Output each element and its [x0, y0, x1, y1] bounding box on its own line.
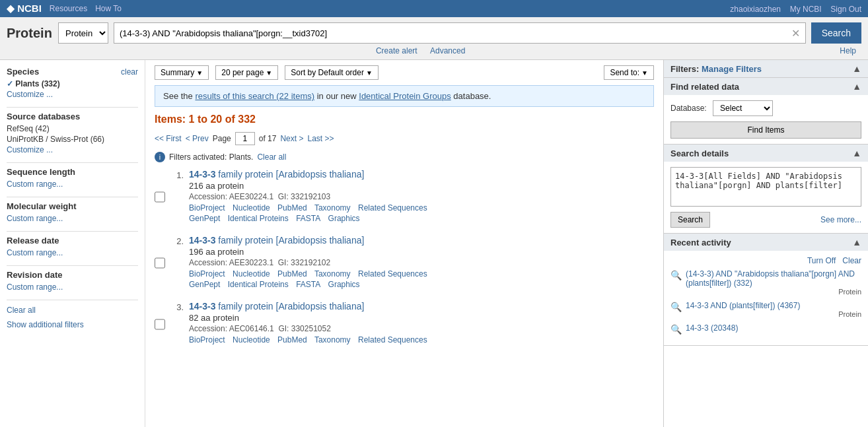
identical-proteins-link-1[interactable]: Identical Proteins — [228, 214, 289, 223]
graphics-link-1[interactable]: Graphics — [328, 214, 360, 223]
find-related-select[interactable]: Select Gene PubMed Nucleotide — [713, 100, 773, 116]
recent-query-3[interactable]: 14-3-3 (20348) — [686, 323, 861, 333]
result-checkbox-1[interactable] — [155, 171, 165, 223]
species-customize-link[interactable]: Customize ... — [7, 90, 53, 99]
page-input[interactable] — [235, 132, 255, 145]
recent-activity-collapse-icon[interactable]: ▲ — [852, 237, 861, 247]
sign-out-link[interactable]: Sign Out — [830, 5, 861, 14]
seq-length-custom-range-link[interactable]: Custom range... — [7, 180, 63, 189]
result-link-2[interactable]: 14-3-3 family protein [Arabidopsis thali… — [189, 235, 364, 246]
recent-query-1[interactable]: (14-3-3) AND "Arabidopsis thaliana"[porg… — [686, 269, 861, 288]
resources-link[interactable]: Resources — [50, 4, 87, 13]
mol-weight-custom-range-link[interactable]: Custom range... — [7, 214, 63, 223]
gene-part-2: 14-3-3 — [189, 235, 215, 246]
graphics-link-2[interactable]: Graphics — [328, 280, 360, 289]
result-links1-2: BioProject Nucleotide PubMed Taxonomy Re… — [189, 269, 654, 279]
bioproject-link-1[interactable]: BioProject — [189, 203, 225, 213]
pubmed-link-1[interactable]: PubMed — [277, 203, 307, 213]
result-links1-1: BioProject Nucleotide PubMed Taxonomy Re… — [189, 203, 654, 213]
filter-clear-all-link[interactable]: Clear all — [257, 152, 286, 162]
first-page-link[interactable]: << First — [155, 134, 182, 143]
help-link[interactable]: Help — [840, 46, 856, 55]
related-sequences-link-2[interactable]: Related Sequences — [358, 269, 427, 279]
pubmed-link-2[interactable]: PubMed — [277, 269, 307, 279]
turn-off-link[interactable]: Turn Off — [807, 256, 836, 265]
release-date-filter-section: Release date Custom range... — [7, 236, 138, 257]
search-details-search-button[interactable]: Search — [670, 212, 710, 228]
search-details-text: 14-3-3[All Fields] AND "Arabidopsis thal… — [670, 167, 861, 207]
release-date-custom-range-link[interactable]: Custom range... — [7, 248, 63, 257]
recent-item-1: 🔍 (14-3-3) AND "Arabidopsis thaliana"[po… — [670, 269, 861, 296]
prev-page-link[interactable]: < Prev — [186, 134, 209, 143]
species-clear-link[interactable]: clear — [121, 67, 138, 77]
manage-filters-link[interactable]: Manage Filters — [702, 64, 762, 74]
taxonomy-link-3[interactable]: Taxonomy — [314, 335, 351, 345]
clear-all-filters-link[interactable]: Clear all — [7, 306, 138, 315]
notice-text-before: See the — [163, 91, 195, 101]
per-page-button[interactable]: 20 per page ▼ — [215, 65, 278, 80]
refseq-filter-item[interactable]: RefSeq (42) — [7, 124, 138, 133]
bioproject-link-2[interactable]: BioProject — [189, 269, 225, 279]
clear-input-button[interactable]: ✕ — [789, 27, 803, 40]
create-alert-link[interactable]: Create alert — [376, 46, 417, 55]
result-link-1[interactable]: 14-3-3 family protein [Arabidopsis thali… — [189, 169, 364, 180]
uniprot-filter-item[interactable]: UniProtKB / Swiss-Prot (66) — [7, 135, 138, 144]
my-ncbi-link[interactable]: My NCBI — [790, 5, 822, 14]
taxonomy-link-2[interactable]: Taxonomy — [314, 269, 351, 279]
find-related-body: Database: Select Gene PubMed Nucleotide … — [664, 95, 868, 144]
next-page-link[interactable]: Next > — [280, 134, 303, 143]
fasta-link-2[interactable]: FASTA — [296, 280, 320, 289]
source-db-customize-link[interactable]: Customize ... — [7, 145, 53, 154]
filters-collapse-icon[interactable]: ▲ — [852, 63, 861, 74]
related-sequences-link-3[interactable]: Related Sequences — [358, 335, 427, 345]
plants-filter-item[interactable]: Plants (332) — [7, 79, 138, 88]
recent-item-3: 🔍 14-3-3 (20348) — [670, 323, 861, 335]
filters-section-header: Filters: Manage Filters ▲ — [664, 60, 868, 77]
search-results-link[interactable]: results of this search (22 items) — [195, 91, 314, 101]
sort-button[interactable]: Sort by Default order ▼ — [285, 65, 379, 80]
fasta-link-1[interactable]: FASTA — [296, 214, 320, 223]
results-list: 1. 14-3-3 family protein [Arabidopsis th… — [155, 169, 654, 346]
mol-weight-title: Molecular weight — [7, 201, 76, 211]
find-related-collapse-icon[interactable]: ▲ — [852, 81, 861, 92]
last-page-link[interactable]: Last >> — [307, 134, 334, 143]
search-details-collapse-icon[interactable]: ▲ — [852, 148, 861, 158]
summary-button[interactable]: Summary ▼ — [155, 65, 209, 80]
howto-link[interactable]: How To — [95, 4, 122, 13]
advanced-link[interactable]: Advanced — [430, 46, 465, 55]
nucleotide-link-3[interactable]: Nucleotide — [233, 335, 270, 345]
result-link-3[interactable]: 14-3-3 family protein [Arabidopsis thali… — [189, 301, 364, 312]
pubmed-link-3[interactable]: PubMed — [277, 335, 307, 345]
related-sequences-link-1[interactable]: Related Sequences — [358, 203, 427, 213]
genpept-link-1[interactable]: GenPept — [189, 214, 220, 223]
database-select[interactable]: Protein — [58, 22, 108, 44]
summary-arrow-icon: ▼ — [196, 69, 203, 77]
genpept-link-2[interactable]: GenPept — [189, 280, 220, 289]
search-button[interactable]: Search — [811, 22, 861, 44]
bioproject-link-3[interactable]: BioProject — [189, 335, 225, 345]
result-checkbox-3[interactable] — [155, 303, 165, 346]
search-history-icon-2: 🔍 — [670, 302, 682, 312]
sort-label: Sort by Default order — [291, 68, 364, 77]
search-input-wrap: ✕ — [114, 22, 806, 44]
nucleotide-link-1[interactable]: Nucleotide — [233, 203, 270, 213]
find-items-button[interactable]: Find Items — [670, 121, 861, 139]
ncbi-logo: ◆ NCBI — [7, 3, 42, 15]
nucleotide-link-2[interactable]: Nucleotide — [233, 269, 270, 279]
user-link[interactable]: zhaoixiaozhen — [730, 5, 781, 14]
identical-proteins-link-2[interactable]: Identical Proteins — [228, 280, 289, 289]
result-checkbox-2[interactable] — [155, 237, 165, 289]
search-input[interactable] — [117, 28, 789, 38]
taxonomy-link-1[interactable]: Taxonomy — [314, 203, 351, 213]
seq-length-header: Sequence length — [7, 167, 138, 177]
recent-clear-link[interactable]: Clear — [842, 256, 861, 265]
notice-text-after: database. — [451, 91, 491, 101]
revision-date-custom-range-link[interactable]: Custom range... — [7, 282, 63, 292]
show-additional-filters-link[interactable]: Show additional filters — [7, 320, 84, 329]
mol-weight-header: Molecular weight — [7, 201, 138, 211]
recent-query-2[interactable]: 14-3-3 AND (plants[filter]) (4367) — [686, 301, 861, 310]
page-title: Protein — [7, 26, 53, 41]
identical-protein-groups-link[interactable]: Identical Protein Groups — [359, 91, 451, 101]
send-to-button[interactable]: Send to: ▼ — [604, 65, 654, 80]
see-more-link[interactable]: See more... — [820, 215, 861, 224]
